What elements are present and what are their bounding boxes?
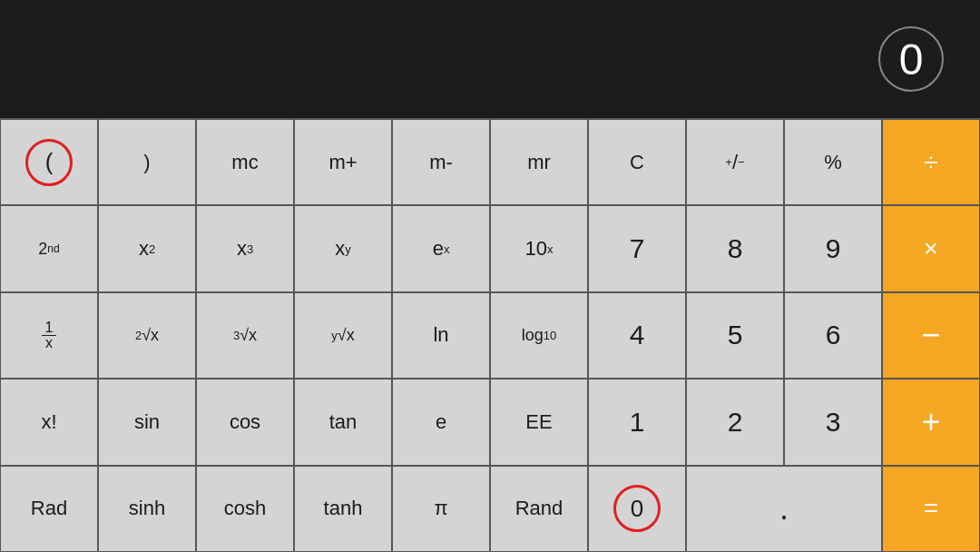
btn-rad[interactable]: Rad [0,466,98,552]
btn-tanh[interactable]: tanh [294,466,392,552]
btn-factorial[interactable]: x! [0,379,98,465]
btn-sqrt2[interactable]: 2√x [98,292,196,379]
btn-8[interactable]: 8 [686,205,784,291]
btn-1overx[interactable]: 1 x [0,292,98,379]
btn-sqrt3[interactable]: 3√x [196,292,294,379]
calculator-grid: ( ) mc m+ m- mr C +/− % ÷ 2nd x2 x3 xy e… [0,118,980,552]
btn-plus-minus[interactable]: +/− [686,119,784,205]
btn-x2[interactable]: x2 [98,205,196,291]
btn-ex[interactable]: ex [392,205,490,291]
btn-sqrty[interactable]: y√x [294,292,392,379]
btn-4[interactable]: 4 [588,292,686,379]
btn-2[interactable]: 2 [686,379,784,465]
btn-sin[interactable]: sin [98,379,196,465]
btn-mminus[interactable]: m- [392,119,490,205]
btn-pi[interactable]: π [392,466,490,552]
btn-rand[interactable]: Rand [490,466,588,552]
btn-e[interactable]: e [392,379,490,465]
btn-divide[interactable]: ÷ [882,119,980,205]
btn-9[interactable]: 9 [784,205,882,291]
btn-equals[interactable]: = [882,466,980,552]
display-area: 0 [0,0,980,118]
btn-mc[interactable]: mc [196,119,294,205]
btn-xy[interactable]: xy [294,205,392,291]
btn-subtract[interactable]: − [882,292,980,379]
btn-10x[interactable]: 10x [490,205,588,291]
btn-2nd[interactable]: 2nd [0,205,98,291]
btn-7[interactable]: 7 [588,205,686,291]
btn-1[interactable]: 1 [588,379,686,465]
display-value: 0 [878,26,944,92]
btn-x3[interactable]: x3 [196,205,294,291]
btn-ln[interactable]: ln [392,292,490,379]
btn-clear[interactable]: C [588,119,686,205]
btn-close-paren[interactable]: ) [98,119,196,205]
btn-open-paren[interactable]: ( [0,119,98,205]
btn-6[interactable]: 6 [784,292,882,379]
btn-add[interactable]: + [882,379,980,465]
btn-tan[interactable]: tan [294,379,392,465]
btn-mplus[interactable]: m+ [294,119,392,205]
btn-3[interactable]: 3 [784,379,882,465]
btn-decimal[interactable]: . [686,466,882,552]
btn-log10[interactable]: log10 [490,292,588,379]
btn-cosh[interactable]: cosh [196,466,294,552]
btn-multiply[interactable]: × [882,205,980,291]
btn-mr[interactable]: mr [490,119,588,205]
btn-percent[interactable]: % [784,119,882,205]
btn-ee[interactable]: EE [490,379,588,465]
btn-sinh[interactable]: sinh [98,466,196,552]
btn-cos[interactable]: cos [196,379,294,465]
btn-0[interactable]: 0 [588,466,686,552]
btn-5[interactable]: 5 [686,292,784,379]
